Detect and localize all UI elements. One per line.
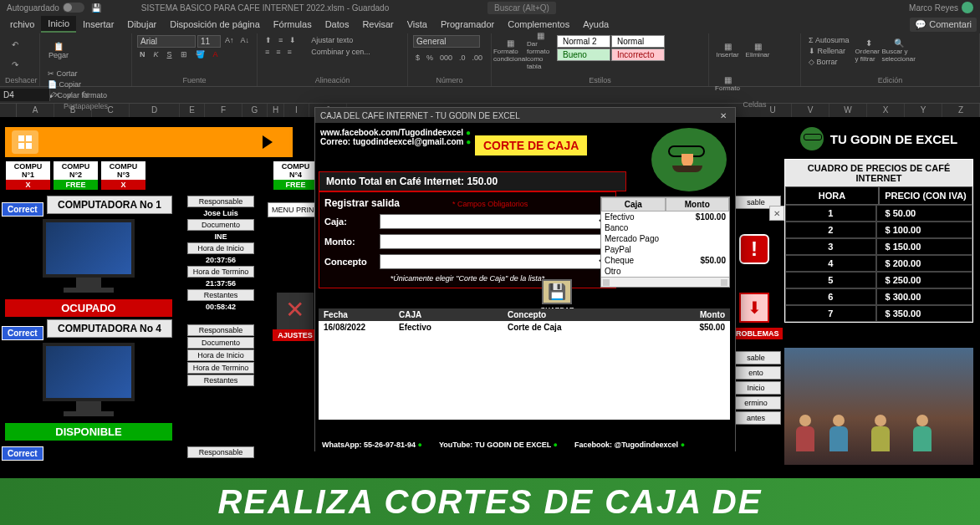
autosave-toggle[interactable]: Autoguardado — [7, 3, 84, 13]
user-account[interactable]: Marco Reyes — [909, 2, 973, 13]
decrease-font-icon[interactable]: A↓ — [238, 35, 253, 48]
ajustes-button[interactable]: AJUSTES — [273, 293, 318, 341]
modal-titlebar[interactable]: CAJA DEL CAFE INTERNET - TU GODIN DE EXC… — [315, 108, 735, 123]
menu-ayuda[interactable]: Ayuda — [576, 17, 615, 32]
alert-icon[interactable]: ! — [739, 234, 769, 264]
merge-button[interactable]: Combinar y cen... — [309, 47, 373, 57]
col-c[interactable]: C — [92, 104, 130, 117]
clear-button[interactable]: ◇ Borrar — [806, 57, 852, 67]
align-right-icon[interactable]: ≡ — [285, 47, 294, 57]
autosum-button[interactable]: Σ Autosuma — [806, 35, 852, 45]
save-icon[interactable]: 💾 — [91, 3, 101, 13]
col-e[interactable]: E — [180, 104, 205, 117]
col-z[interactable]: Z — [942, 104, 980, 117]
align-left-icon[interactable]: ≡ — [263, 47, 272, 57]
copy-button[interactable]: 📄 Copiar — [45, 79, 110, 89]
col-a[interactable]: A — [17, 104, 54, 117]
align-top-icon[interactable]: ⬆ — [263, 35, 274, 45]
menu-dibujar[interactable]: Dibujar — [120, 17, 163, 32]
log-row[interactable]: 16/08/2022 Efectivo Corte de Caja $50.00 — [319, 321, 730, 334]
facebook-link[interactable]: Facebook: @Tugodindeexcel — [574, 441, 678, 449]
fx-icon[interactable]: fx — [77, 90, 94, 99]
insert-cells-button[interactable]: ▦Insertar — [714, 35, 741, 65]
download-icon[interactable]: ⬇ — [739, 293, 769, 323]
font-size-select[interactable] — [197, 35, 221, 48]
align-bottom-icon[interactable]: ⬇ — [287, 35, 299, 45]
col-g[interactable]: G — [242, 104, 268, 117]
align-center-icon[interactable]: ≡ — [273, 47, 283, 57]
font-color-button[interactable]: A — [211, 49, 221, 59]
correct-button-1[interactable]: Correct — [2, 202, 43, 217]
col-b[interactable]: B — [54, 104, 92, 117]
format-table-button[interactable]: ▦Dar formato como tabla — [527, 35, 554, 65]
worksheet[interactable]: COMPU N°1X COMPU N°2FREE COMPU N°3X COMP… — [0, 117, 980, 525]
font-name-select[interactable] — [137, 35, 196, 48]
underline-button[interactable]: S — [165, 49, 175, 59]
compu-2[interactable]: COMPU N°2FREE — [53, 161, 99, 191]
menu-archivo[interactable]: rchivo — [3, 17, 41, 32]
menu-vista[interactable]: Vista — [401, 17, 434, 32]
mail-link[interactable]: tugodindeexcel@gmail.com — [353, 137, 464, 146]
format-cells-button[interactable]: ▦Formato — [714, 69, 741, 99]
align-middle-icon[interactable]: ≡ — [276, 35, 285, 45]
cut-button[interactable]: ✂ Cortar — [45, 69, 110, 79]
percent-icon[interactable]: % — [424, 53, 436, 63]
col-d[interactable]: D — [130, 104, 180, 117]
comma-icon[interactable]: 000 — [437, 53, 455, 63]
increase-font-icon[interactable]: A↑ — [222, 35, 237, 48]
currency-icon[interactable]: $ — [413, 53, 422, 63]
italic-button[interactable]: K — [151, 49, 161, 59]
bold-button[interactable]: N — [137, 49, 148, 59]
apps-button[interactable] — [12, 130, 38, 154]
style-bueno[interactable]: Bueno — [557, 48, 610, 61]
whatsapp-link[interactable]: WhatsApp: 55-26-97-81-94 — [322, 441, 416, 449]
decrease-decimal-icon[interactable]: .00 — [470, 53, 486, 63]
redo-icon[interactable]: ↷ — [5, 55, 25, 75]
scrollbar[interactable] — [601, 277, 729, 287]
close-button-side[interactable]: ✕ — [769, 206, 784, 221]
col-v[interactable]: V — [792, 104, 829, 117]
monto-input[interactable] — [380, 234, 610, 249]
menu-programador[interactable]: Programador — [434, 17, 501, 32]
sort-filter-button[interactable]: ⬍Ordenar y filtrar — [855, 35, 882, 65]
wrap-text-button[interactable]: Ajustar texto — [309, 35, 373, 45]
cell-styles[interactable]: Normal 2 Normal Bueno Incorrecto — [557, 35, 665, 61]
cancel-formula-icon[interactable]: ✕ — [50, 90, 64, 99]
paste-button[interactable]: 📋Pegar — [45, 35, 72, 65]
increase-decimal-icon[interactable]: .0 — [457, 53, 468, 63]
name-box[interactable]: D4 — [0, 89, 50, 101]
col-y[interactable]: Y — [905, 104, 942, 117]
menu-disposicion[interactable]: Disposición de página — [163, 17, 267, 32]
style-normal[interactable]: Normal — [611, 35, 665, 48]
delete-cells-button[interactable]: ▦Eliminar — [744, 35, 771, 65]
style-normal2[interactable]: Normal 2 — [557, 35, 610, 48]
comments-button[interactable]: 💬 Comentari — [910, 18, 977, 32]
conditional-format-button[interactable]: ▦Formato condicional — [497, 35, 523, 65]
find-select-button[interactable]: 🔍Buscar y seleccionar — [886, 35, 912, 65]
search-box[interactable]: Buscar (Alt+Q) — [487, 2, 556, 14]
col-u[interactable]: U — [754, 104, 792, 117]
menu-revisar[interactable]: Revisar — [355, 17, 400, 32]
play-icon[interactable] — [263, 135, 273, 149]
compu-3[interactable]: COMPU N°3X — [100, 161, 146, 191]
menu-insertar[interactable]: Insertar — [76, 17, 120, 32]
menu-formulas[interactable]: Fórmulas — [267, 17, 319, 32]
fb-link[interactable]: www.facebook.com/Tugodindeexcel — [320, 128, 463, 137]
menu-inicio[interactable]: Inicio — [41, 16, 76, 33]
style-incorrecto[interactable]: Incorrecto — [611, 48, 665, 61]
correct-button-4[interactable]: Correct — [2, 326, 43, 340]
number-format-select[interactable] — [413, 35, 480, 48]
modal-close-button[interactable]: ✕ — [717, 111, 730, 120]
fill-button[interactable]: ⬇ Rellenar — [806, 46, 852, 56]
col-w[interactable]: W — [829, 104, 867, 117]
concepto-select[interactable] — [380, 254, 610, 269]
youtube-link[interactable]: YouTube: TU GODIN DE EXCEL — [439, 441, 551, 449]
col-h[interactable]: H — [268, 104, 284, 117]
undo-icon[interactable]: ↶ — [5, 35, 25, 55]
compu-4[interactable]: COMPU N°4FREE — [273, 161, 319, 191]
fill-color-button[interactable]: 🪣 — [193, 49, 207, 59]
toggle-switch[interactable] — [63, 3, 84, 13]
col-f[interactable]: F — [205, 104, 242, 117]
compu-1[interactable]: COMPU N°1X — [5, 161, 51, 191]
enter-formula-icon[interactable]: ✓ — [64, 90, 77, 99]
